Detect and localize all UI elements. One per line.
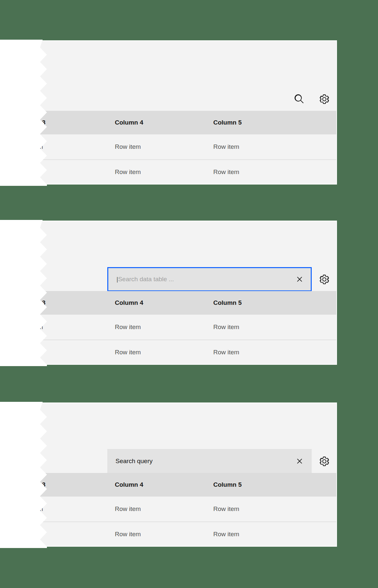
table-cell: Row item — [213, 134, 239, 159]
table-row: Row item Row item Row item — [40, 159, 336, 184]
column-header-5: Column 5 — [213, 111, 242, 134]
table-cell: Row item — [115, 522, 141, 546]
table-row: Row item Row item Row item — [40, 521, 336, 546]
table-header-row: Column 3 Column 4 Column 5 — [40, 473, 336, 497]
search-placeholder: Search data table ... — [118, 276, 174, 283]
search-query-text: Search query — [116, 458, 153, 465]
gear-icon — [319, 94, 330, 105]
gear-icon — [319, 456, 330, 467]
clear-search-button[interactable] — [292, 453, 307, 469]
table-cell: Row item — [115, 315, 141, 340]
table-cell: Row item — [115, 160, 141, 184]
column-header-5: Column 5 — [213, 473, 242, 497]
table-cell: Row item — [213, 522, 239, 546]
table-cell: Row item — [115, 497, 141, 521]
table-toolbar: |Search data table ... — [40, 221, 336, 291]
table-header-row: Column 3 Column 4 Column 5 — [40, 111, 336, 134]
column-header-4: Column 4 — [115, 473, 143, 497]
column-header-4: Column 4 — [115, 291, 143, 315]
clear-search-button[interactable] — [292, 271, 307, 287]
data-table-card: Column 3 Column 4 Column 5 Row item Row … — [39, 40, 337, 185]
table-row: Row item Row item Row item — [40, 340, 336, 364]
table-cell: Row item — [115, 134, 141, 159]
table-cell: Row item — [115, 340, 141, 364]
gear-icon — [319, 274, 330, 285]
settings-button[interactable] — [316, 91, 332, 107]
table-row: Row item Row item Row item — [40, 134, 336, 159]
search-icon — [294, 94, 304, 104]
table-row: Row item Row item Row item — [40, 315, 336, 340]
data-table-card: |Search data table ... Column 3 Column 4… — [39, 221, 337, 365]
search-input[interactable]: Search query — [107, 449, 312, 473]
table-cell: Row item — [213, 340, 239, 364]
torn-edge-decoration — [0, 220, 48, 366]
table-toolbar: Search query — [40, 403, 336, 473]
green-canvas: Column 3 Column 4 Column 5 Row item Row … — [0, 0, 378, 588]
close-icon — [295, 456, 304, 466]
torn-edge-decoration — [0, 402, 48, 548]
torn-edge-decoration — [0, 40, 48, 186]
column-header-5: Column 5 — [213, 291, 242, 315]
search-input[interactable]: |Search data table ... — [107, 267, 312, 291]
table-cell: Row item — [213, 497, 239, 521]
table-cell: Row item — [213, 315, 239, 340]
example-search-with-query: Search query Column 3 Column 4 Column 5 … — [0, 402, 337, 547]
column-header-4: Column 4 — [115, 111, 143, 134]
search-button[interactable] — [291, 91, 307, 107]
close-icon — [295, 274, 304, 284]
table-row: Row item Row item Row item — [40, 497, 336, 521]
settings-button[interactable] — [316, 453, 332, 469]
data-table-card: Search query Column 3 Column 4 Column 5 … — [39, 402, 337, 547]
table-header-row: Column 3 Column 4 Column 5 — [40, 291, 336, 315]
settings-button[interactable] — [316, 271, 332, 287]
example-search-expanded-focused: |Search data table ... Column 3 Column 4… — [0, 221, 337, 365]
table-cell: Row item — [213, 160, 239, 184]
example-search-collapsed: Column 3 Column 4 Column 5 Row item Row … — [0, 40, 337, 185]
table-toolbar — [40, 41, 336, 111]
